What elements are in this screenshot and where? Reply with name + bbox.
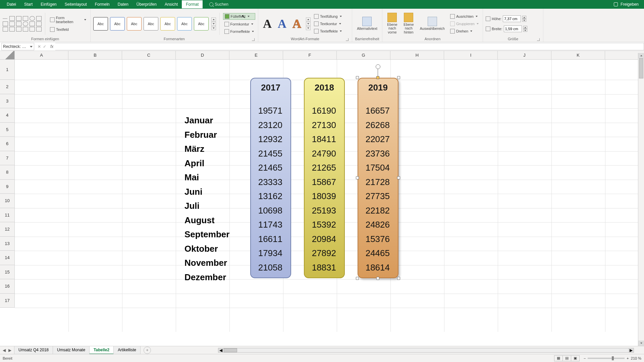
column-header[interactable]: C: [122, 51, 176, 59]
style-thumb[interactable]: Abc: [160, 17, 175, 31]
column-header[interactable]: E: [229, 51, 283, 59]
gallery-scroll-down[interactable]: [211, 22, 216, 26]
column-header[interactable]: J: [498, 51, 551, 59]
view-normal[interactable]: ▦: [554, 355, 563, 361]
selection-pane-button[interactable]: Auswahlbereich: [418, 16, 447, 32]
sheet-tab[interactable]: Tabelle2: [89, 346, 114, 354]
gallery-scroll-up[interactable]: [306, 17, 311, 21]
row-header[interactable]: 12: [0, 222, 15, 237]
wordart-style[interactable]: A: [276, 16, 288, 32]
zoom-level[interactable]: 210 %: [631, 356, 641, 360]
column-header[interactable]: D: [176, 51, 229, 59]
scroll-thumb[interactable]: [639, 58, 643, 78]
gallery-scroll-down[interactable]: [306, 22, 311, 26]
align-button[interactable]: Ausrichten: [449, 13, 480, 19]
horizontal-scrollbar[interactable]: ◀ ▶: [218, 348, 634, 353]
height-spin-down[interactable]: [522, 19, 526, 22]
share-button[interactable]: Freigeben: [621, 2, 639, 7]
column-header[interactable]: B: [68, 51, 122, 59]
width-spin-down[interactable]: [523, 29, 527, 32]
rotate-button[interactable]: Drehen: [449, 28, 480, 34]
text-effects-button[interactable]: Texteffekte: [313, 28, 343, 34]
row-header[interactable]: 16: [0, 279, 15, 294]
row-header[interactable]: 9: [0, 180, 15, 194]
tab-nav-prev[interactable]: ◀: [3, 348, 6, 353]
tell-me-search[interactable]: Suchen: [209, 2, 228, 7]
column-header[interactable]: F: [283, 51, 337, 59]
style-thumb[interactable]: Abc: [144, 17, 158, 31]
column-header[interactable]: K: [551, 51, 605, 59]
style-thumb[interactable]: Abc: [93, 17, 108, 31]
send-backward-button[interactable]: Ebene nach hinten: [401, 12, 416, 36]
column-header[interactable]: H: [390, 51, 444, 59]
select-all-corner[interactable]: [0, 51, 15, 59]
alt-text-button[interactable]: Alternativtext: [355, 16, 379, 32]
row-header[interactable]: 4: [0, 108, 15, 123]
gallery-scroll-up[interactable]: [211, 17, 216, 21]
menu-tab-einfügen[interactable]: Einfügen: [37, 0, 60, 8]
shape-fill-button[interactable]: Fülleffekt: [223, 13, 256, 20]
tab-nav-next[interactable]: ▶: [8, 348, 11, 353]
row-header[interactable]: 13: [0, 237, 15, 251]
dialog-launcher-icon[interactable]: [346, 38, 348, 41]
scroll-thumb[interactable]: [224, 348, 237, 352]
row-header[interactable]: 2: [0, 80, 15, 94]
column-header[interactable]: A: [15, 51, 68, 59]
gallery-more[interactable]: [306, 26, 311, 30]
text-outline-button[interactable]: Textkontur: [313, 21, 343, 27]
textbox-button[interactable]: Textfeld: [49, 26, 88, 33]
zoom-out[interactable]: −: [584, 356, 586, 360]
zoom-in[interactable]: +: [627, 356, 629, 360]
menu-tab-datei[interactable]: Datei: [3, 0, 20, 8]
row-header[interactable]: 7: [0, 151, 15, 166]
style-thumb[interactable]: Abc: [177, 17, 192, 31]
row-header[interactable]: 6: [0, 137, 15, 151]
scroll-right[interactable]: ▶: [628, 348, 634, 352]
menu-tab-seitenlayout[interactable]: Seitenlayout: [61, 0, 91, 8]
style-thumb[interactable]: Abc: [127, 17, 142, 31]
shape-2019-selected[interactable]: 2019 16657262682202723736175042172827735…: [358, 78, 398, 278]
height-input[interactable]: [503, 15, 521, 22]
row-header[interactable]: 11: [0, 208, 15, 223]
column-header[interactable]: I: [444, 51, 498, 59]
wordart-style[interactable]: A: [290, 16, 303, 32]
worksheet[interactable]: ABCDEFGHIJK 1234567891011121314151617 Ja…: [0, 51, 644, 332]
row-header[interactable]: 5: [0, 123, 15, 137]
shape-gallery[interactable]: [3, 16, 42, 32]
column-header[interactable]: G: [337, 51, 390, 59]
scroll-left[interactable]: ◀: [218, 348, 224, 352]
zoom-slider[interactable]: [588, 358, 625, 359]
wordart-gallery[interactable]: A A A: [261, 16, 311, 32]
menu-tab-ansicht[interactable]: Ansicht: [161, 0, 182, 8]
scroll-down[interactable]: [638, 341, 644, 346]
gallery-more[interactable]: [211, 26, 216, 30]
dialog-launcher-icon[interactable]: [537, 38, 540, 41]
dialog-launcher-icon[interactable]: [252, 38, 255, 41]
fx-icon[interactable]: fx: [48, 44, 55, 49]
edit-shape-button[interactable]: Form bearbeiten: [49, 15, 88, 24]
formula-input[interactable]: [55, 43, 644, 50]
menu-tab-start[interactable]: Start: [20, 0, 37, 8]
shape-style-gallery[interactable]: Abc Abc Abc Abc Abc Abc Abc: [93, 17, 216, 31]
menu-tab-format[interactable]: Format: [182, 0, 203, 8]
text-fill-button[interactable]: Textfüllung: [313, 13, 343, 19]
shape-effects-button[interactable]: Formeffekte: [223, 28, 256, 35]
shape-2017[interactable]: 2017 19571231201293221455214652333313162…: [250, 78, 291, 278]
scroll-up[interactable]: [638, 53, 644, 58]
row-header[interactable]: 3: [0, 94, 15, 109]
width-spin-up[interactable]: [523, 26, 527, 29]
row-header[interactable]: 8: [0, 165, 15, 180]
row-header[interactable]: 14: [0, 251, 15, 265]
shape-outline-button[interactable]: Formkontur: [223, 21, 256, 27]
name-box[interactable]: Rechteck: …: [1, 43, 34, 50]
style-thumb[interactable]: Abc: [194, 17, 209, 31]
row-header[interactable]: 17: [0, 294, 15, 308]
wordart-style[interactable]: A: [261, 16, 274, 32]
sheet-tab[interactable]: Umsatz Q4 2018: [14, 346, 53, 354]
style-thumb[interactable]: Abc: [110, 17, 125, 31]
sheet-tab[interactable]: Umsatz Monate: [53, 346, 90, 354]
row-header[interactable]: 10: [0, 194, 15, 208]
row-header[interactable]: 15: [0, 265, 15, 280]
sheet-tab[interactable]: Artikelliste: [113, 346, 141, 354]
height-spin-up[interactable]: [522, 16, 526, 19]
